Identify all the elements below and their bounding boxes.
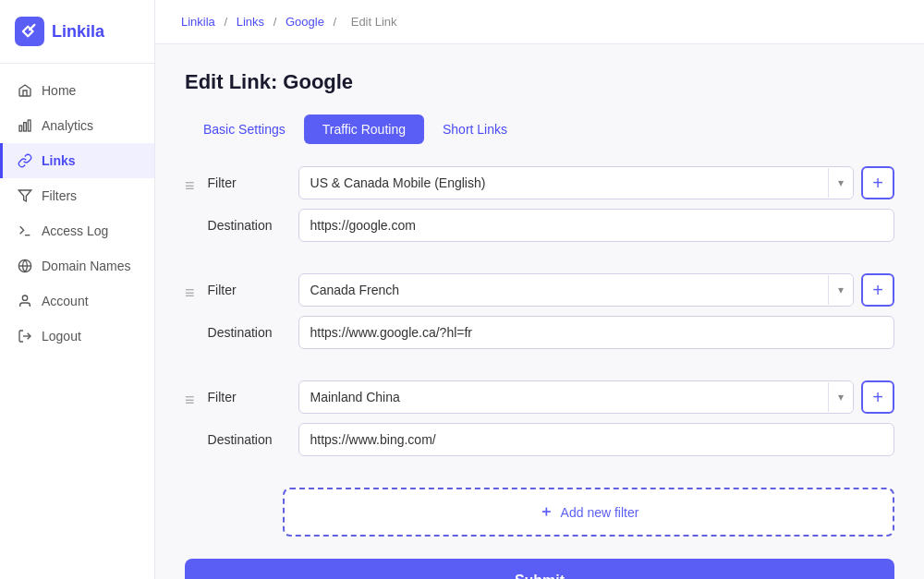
filter-fields-1: Filter US & Canada Mobile (English) Cana… <box>208 166 894 251</box>
filter-row-3: ≡ Filter Mainland China US & Canada Mobi… <box>185 380 894 465</box>
filter-field-row-3: Filter Mainland China US & Canada Mobile… <box>208 380 894 414</box>
sidebar-item-access-log[interactable]: Access Log <box>0 213 154 248</box>
logo-area: Linkila <box>0 0 154 64</box>
sidebar-access-log-label: Access Log <box>42 223 108 238</box>
filter-row-1: ≡ Filter US & Canada Mobile (English) Ca… <box>185 166 894 251</box>
filter-field-row-1: Filter US & Canada Mobile (English) Cana… <box>208 166 894 199</box>
breadcrumb-edit-link: Edit Link <box>351 15 397 29</box>
drag-handle-3[interactable]: ≡ <box>185 380 195 408</box>
filter-plus-btn-2[interactable]: + <box>861 273 894 307</box>
submit-button[interactable]: Submit <box>185 559 894 579</box>
home-icon <box>18 83 32 98</box>
destination-label-1: Destination <box>208 218 291 233</box>
user-icon <box>18 294 32 308</box>
breadcrumb-sep-2: / <box>274 15 280 29</box>
link-icon <box>18 153 32 168</box>
filter-chevron-3[interactable]: ▾ <box>828 382 853 412</box>
sidebar-filters-label: Filters <box>42 188 77 203</box>
sidebar-item-links[interactable]: Links <box>0 143 154 178</box>
svg-point-8 <box>22 296 27 300</box>
filter-label-2: Filter <box>208 283 291 297</box>
filter-label-1: Filter <box>208 175 291 190</box>
sidebar-item-domain-names[interactable]: Domain Names <box>0 248 154 283</box>
tab-traffic-routing[interactable]: Traffic Routing <box>304 115 424 144</box>
svg-rect-3 <box>28 120 30 131</box>
destination-field-row-3: Destination <box>208 423 894 456</box>
destination-input-1[interactable] <box>298 209 894 242</box>
sidebar: Linkila Home Analytics Links <box>0 0 155 579</box>
edit-link-page: Edit Link: Google Basic Settings Traffic… <box>155 44 924 579</box>
add-filter-label: Add new filter <box>561 505 639 520</box>
breadcrumb: Linkila / Links / Google / Edit Link <box>155 0 924 44</box>
sidebar-home-label: Home <box>42 83 76 98</box>
filter-chevron-2[interactable]: ▾ <box>828 275 853 305</box>
filter-fields-3: Filter Mainland China US & Canada Mobile… <box>208 380 894 465</box>
filter-label-3: Filter <box>208 390 291 404</box>
terminal-icon <box>18 223 32 238</box>
logo-icon <box>15 17 44 46</box>
tab-bar: Basic Settings Traffic Routing Short Lin… <box>185 115 894 144</box>
destination-field-row-2: Destination <box>208 316 894 349</box>
sidebar-links-label: Links <box>42 153 76 168</box>
filter-plus-btn-1[interactable]: + <box>861 166 894 199</box>
sidebar-logout-label: Logout <box>42 329 81 344</box>
sidebar-item-analytics[interactable]: Analytics <box>0 108 154 143</box>
filter-select-wrap-2: Canada French US & Canada Mobile (Englis… <box>298 273 854 307</box>
logout-icon <box>18 329 32 344</box>
destination-input-3[interactable] <box>298 423 894 456</box>
filter-fields-2: Filter Canada French US & Canada Mobile … <box>208 273 894 358</box>
bar-chart-icon <box>18 118 32 133</box>
tab-short-links[interactable]: Short Links <box>424 115 526 144</box>
sidebar-domain-names-label: Domain Names <box>42 259 130 273</box>
tab-basic-settings[interactable]: Basic Settings <box>185 115 304 144</box>
sidebar-item-filters[interactable]: Filters <box>0 178 154 213</box>
filter-plus-btn-3[interactable]: + <box>861 380 894 414</box>
filter-select-wrap-1: US & Canada Mobile (English) Canada Fren… <box>298 166 854 199</box>
filter-icon <box>18 188 32 203</box>
filter-select-wrap-3: Mainland China US & Canada Mobile (Engli… <box>298 380 854 414</box>
filter-select-2[interactable]: Canada French US & Canada Mobile (Englis… <box>299 274 828 306</box>
main-content: Linkila / Links / Google / Edit Link Edi… <box>155 0 924 579</box>
breadcrumb-google[interactable]: Google <box>286 15 324 29</box>
filter-row-2: ≡ Filter Canada French US & Canada Mobil… <box>185 273 894 358</box>
destination-input-2[interactable] <box>298 316 894 349</box>
destination-label-3: Destination <box>208 432 291 447</box>
svg-rect-2 <box>24 123 27 131</box>
svg-marker-4 <box>18 190 30 201</box>
logo-text: Linkila <box>52 22 104 42</box>
drag-handle-1[interactable]: ≡ <box>185 166 195 194</box>
globe-icon <box>18 259 32 273</box>
sidebar-item-account[interactable]: Account <box>0 283 154 319</box>
drag-handle-2[interactable]: ≡ <box>185 273 195 301</box>
filter-field-row-2: Filter Canada French US & Canada Mobile … <box>208 273 894 307</box>
page-title: Edit Link: Google <box>185 70 894 94</box>
destination-field-row-1: Destination <box>208 209 894 242</box>
breadcrumb-sep-1: / <box>224 15 230 29</box>
destination-label-2: Destination <box>208 325 291 340</box>
add-filter-plus-icon: ＋ <box>539 502 553 522</box>
breadcrumb-links[interactable]: Links <box>237 15 264 29</box>
add-filter-button[interactable]: ＋ Add new filter <box>283 488 894 537</box>
sidebar-item-logout[interactable]: Logout <box>0 319 154 354</box>
filter-select-1[interactable]: US & Canada Mobile (English) Canada Fren… <box>299 167 828 199</box>
svg-rect-1 <box>19 126 22 131</box>
sidebar-analytics-label: Analytics <box>42 118 93 133</box>
svg-rect-0 <box>15 17 44 46</box>
filter-select-3[interactable]: Mainland China US & Canada Mobile (Engli… <box>299 381 828 413</box>
sidebar-account-label: Account <box>42 294 89 308</box>
sidebar-nav: Home Analytics Links Filters Ac <box>0 64 154 363</box>
breadcrumb-sep-3: / <box>333 15 339 29</box>
filter-chevron-1[interactable]: ▾ <box>828 168 853 198</box>
breadcrumb-linkila[interactable]: Linkila <box>181 15 215 29</box>
sidebar-item-home[interactable]: Home <box>0 73 154 108</box>
